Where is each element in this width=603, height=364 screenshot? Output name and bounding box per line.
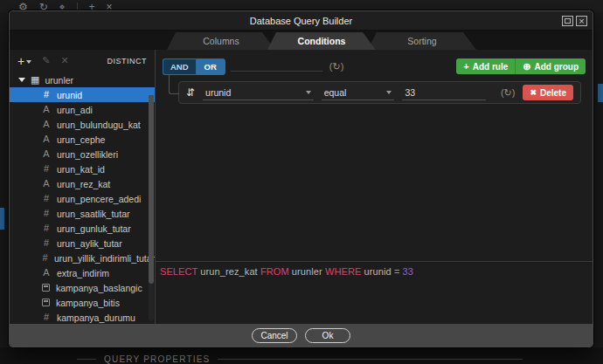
tree-item-urun_bulundugu_kat[interactable]: urun_bulundugu_kat [10,117,155,132]
tree-item-label: urun_kat_id [57,164,105,175]
text-type-icon [42,120,51,129]
sidebar-toolbar: + ✎ ✕ DISTINCT [10,50,155,72]
database-query-builder-dialog: Database Query Builder ColumnsConditions… [9,10,593,347]
tree-item-label: extra_indirim [57,268,109,278]
tab-strip: ColumnsConditionsSorting [10,31,593,50]
field-select-value: urunid [205,87,231,98]
dialog-footer: Cancel Ok [10,324,593,347]
tree-item-kampanya_durumu[interactable]: kampanya_durumu [10,310,155,324]
sql-token-keyword: SELECT [160,266,198,277]
tree-item-urun_pencere_adedi[interactable]: urun_pencere_adedi [10,191,155,206]
tree-scrollbar[interactable] [149,95,154,321]
text-type-icon [42,268,51,278]
operator-select[interactable]: equal [322,85,395,100]
tree-item-kampanya_baslangic[interactable]: kampanya_baslangic [10,280,155,295]
number-type-icon [42,223,51,233]
tree-item-label: urun_rez_kat [57,179,110,189]
query-properties-label: QUERY PROPERTIES [104,354,210,364]
sql-token-identifier: urun_rez_kat [198,266,258,277]
connector-toggle: AND OR [163,58,225,75]
divider [218,359,523,360]
tree-item-urun_adi[interactable]: urun_adi [10,102,155,117]
tree-item-label: urunid [57,90,82,100]
field-select[interactable]: urunid [203,85,314,100]
tree-item-label: urun_cephe [57,134,105,145]
or-button[interactable]: OR [196,58,225,75]
sql-token-keyword: FROM [258,266,289,277]
tree-item-label: urun_aylik_tutar [57,238,122,249]
maximize-icon[interactable] [562,16,573,26]
tab-conditions[interactable]: Conditions [267,32,376,50]
query-builder-area: AND OR (↻) + Add rule ⊕ Add group [156,50,593,261]
value-input[interactable]: 33 [402,85,485,100]
tree-item-label: urun_bulundugu_kat [57,120,141,130]
tree-scrollbar-thumb[interactable] [149,95,154,284]
rule-row: ⇵ urunid equal 33 (↻) [178,81,581,104]
text-type-icon [42,134,51,144]
tree-item-urun_aylik_tutar[interactable]: urun_aylik_tutar [10,236,155,251]
tree-item-urunid[interactable]: urunid [10,87,155,102]
tree-item-urun_rez_kat[interactable]: urun_rez_kat [10,176,155,191]
table-icon: ▦ [31,75,39,85]
close-icon[interactable] [576,16,587,26]
tree-item-urun_ozellikleri[interactable]: urun_ozellikleri [10,147,155,161]
sql-token-number: 33 [399,266,413,277]
dialog-title: Database Query Builder [10,16,593,26]
tree-item-urun_gunluk_tutar[interactable]: urun_gunluk_tutar [10,221,155,236]
sql-token-identifier: urunid [361,266,391,277]
ok-button[interactable]: Ok [305,328,350,343]
group-input-underline [231,61,322,72]
and-button[interactable]: AND [163,58,196,75]
distinct-label[interactable]: DISTINCT [107,57,148,65]
cancel-button[interactable]: Cancel [252,328,297,343]
expression-refresh-icon[interactable]: (↻) [329,62,344,72]
plus-icon: + [463,62,468,72]
group-action-buttons: + Add rule ⊕ Add group [456,58,586,74]
tree-item-urun_kat_id[interactable]: urun_kat_id [10,161,155,176]
value-input-text: 33 [405,87,415,98]
text-type-icon [42,179,51,189]
tree-item-urun_cephe[interactable]: urun_cephe [10,132,155,147]
window-buttons [562,16,587,26]
tree-item-label: urun_pencere_adedi [57,194,141,204]
rules-list: ⇵ urunid equal 33 (↻) [178,81,586,104]
tab-columns[interactable]: Columns [167,32,275,50]
query-properties-section: QUERY PROPERTIES [77,354,523,364]
tree-item-kampanya_bitis[interactable]: kampanya_bitis [10,295,155,310]
sql-token-identifier: urunler [289,266,322,277]
number-type-icon [42,312,51,322]
tree-item-extra_indirim[interactable]: extra_indirim [10,265,155,280]
operator-select-value: equal [324,87,347,98]
plus-circle-icon: ⊕ [523,62,530,72]
date-type-icon [42,284,50,292]
fields-sidebar: + ✎ ✕ DISTINCT ▦ urunler urunidurun_adiu… [10,50,156,324]
tree-item-label: urun_gunluk_tutar [57,223,131,234]
tree-item-label: kampanya_baslangic [56,283,142,293]
dialog-content: + ✎ ✕ DISTINCT ▦ urunler urunidurun_adiu… [10,50,593,324]
tree-root-urunler[interactable]: ▦ urunler [10,72,155,87]
delete-rule-button[interactable]: ✖ Delete [523,85,573,100]
tree-item-label: urun_ozellikleri [57,149,118,160]
group-header: AND OR (↻) + Add rule ⊕ Add group [163,58,586,75]
delete-field-icon[interactable]: ✕ [60,55,68,66]
sql-token-keyword: WHERE [322,266,362,277]
add-rule-label: Add rule [473,62,509,72]
conditions-panel: AND OR (↻) + Add rule ⊕ Add group [156,50,593,324]
expander-icon[interactable] [18,78,25,82]
delete-label: Delete [540,88,566,98]
add-rule-button[interactable]: + Add rule [456,58,515,74]
tree-item-label: urun_adi [57,105,93,115]
drag-handle-icon[interactable]: ⇵ [186,87,195,98]
number-type-icon [42,194,51,203]
dialog-titlebar[interactable]: Database Query Builder [10,11,593,31]
number-type-icon [42,90,51,100]
date-type-icon [42,299,50,306]
expression-refresh-icon[interactable]: (↻) [501,88,516,98]
edit-field-icon[interactable]: ✎ [42,55,50,66]
add-group-button[interactable]: ⊕ Add group [515,58,586,74]
add-field-button[interactable]: + [17,55,31,67]
number-type-icon [42,253,48,263]
tree-item-urun_saatlik_tutar[interactable]: urun_saatlik_tutar [10,206,155,221]
tree-item-urun_yillik_indirimli_tutar[interactable]: urun_yillik_indirimli_tutar [10,251,155,265]
tab-sorting[interactable]: Sorting [368,32,476,50]
